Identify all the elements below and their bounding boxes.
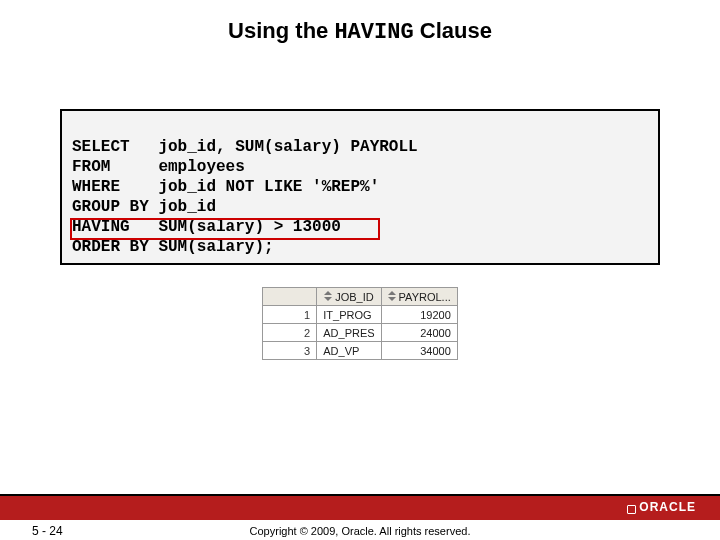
sql-keyword: HAVING <box>72 217 158 237</box>
sort-icon <box>324 291 332 301</box>
sql-args: job_id NOT LIKE '%REP%' <box>158 178 379 196</box>
title-pre: Using the <box>228 18 334 43</box>
title-mono: HAVING <box>334 20 413 45</box>
cell-jobid: IT_PROG <box>317 306 381 324</box>
sql-keyword: ORDER BY <box>72 237 158 257</box>
sql-keyword: SELECT <box>72 137 158 157</box>
sql-line: WHEREjob_id NOT LIKE '%REP%' <box>72 177 648 197</box>
table-row: 3AD_VP34000 <box>263 342 458 360</box>
title-post: Clause <box>414 18 492 43</box>
col-payroll: PAYROL... <box>381 288 457 306</box>
sort-icon <box>388 291 396 301</box>
sql-line: ORDER BYSUM(salary); <box>72 237 648 257</box>
cell-jobid: AD_VP <box>317 342 381 360</box>
sql-args: job_id <box>158 198 216 216</box>
cell-payroll: 19200 <box>381 306 457 324</box>
table-header-row: JOB_ID PAYROL... <box>263 288 458 306</box>
result-table: JOB_ID PAYROL... 1IT_PROG192002AD_PRES24… <box>262 287 458 360</box>
sql-args: employees <box>158 158 244 176</box>
logo-text: ORACLE <box>639 500 696 514</box>
logo-dot-icon <box>627 505 636 514</box>
sql-line: GROUP BYjob_id <box>72 197 648 217</box>
sql-line: FROMemployees <box>72 157 648 177</box>
sql-keyword: GROUP BY <box>72 197 158 217</box>
cell-rownum: 1 <box>263 306 317 324</box>
sql-line: SELECTjob_id, SUM(salary) PAYROLL <box>72 137 648 157</box>
col-rownum <box>263 288 317 306</box>
slide-title: Using the HAVING Clause <box>0 0 720 49</box>
cell-rownum: 2 <box>263 324 317 342</box>
copyright: Copyright © 2009, Oracle. All rights res… <box>0 525 720 537</box>
sql-args: job_id, SUM(salary) PAYROLL <box>158 138 417 156</box>
sql-args: SUM(salary); <box>158 238 273 256</box>
col-jobid: JOB_ID <box>317 288 381 306</box>
sql-line: HAVINGSUM(salary) > 13000 <box>72 217 648 237</box>
cell-payroll: 34000 <box>381 342 457 360</box>
cell-payroll: 24000 <box>381 324 457 342</box>
table-row: 1IT_PROG19200 <box>263 306 458 324</box>
sql-keyword: FROM <box>72 157 158 177</box>
oracle-logo: ORACLE <box>606 500 696 514</box>
sql-args: SUM(salary) > 13000 <box>158 218 340 236</box>
sql-keyword: WHERE <box>72 177 158 197</box>
table-row: 2AD_PRES24000 <box>263 324 458 342</box>
cell-jobid: AD_PRES <box>317 324 381 342</box>
cell-rownum: 3 <box>263 342 317 360</box>
sql-code-box: SELECTjob_id, SUM(salary) PAYROLLFROMemp… <box>60 109 660 265</box>
